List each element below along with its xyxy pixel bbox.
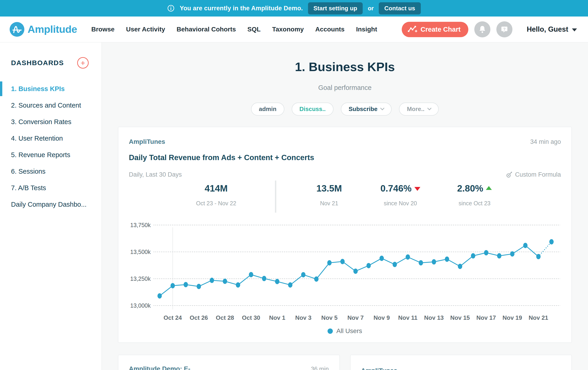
svg-text:Nov 3: Nov 3 <box>295 314 311 321</box>
svg-text:Nov 13: Nov 13 <box>424 314 444 321</box>
banner-or-text: or <box>368 5 374 12</box>
dashboard-actions: admin Discuss.. Subscribe More.. <box>102 102 588 116</box>
nav-item-user-activity[interactable]: User Activity <box>126 26 165 33</box>
svg-text:13,500k: 13,500k <box>130 249 151 255</box>
admin-button[interactable]: admin <box>251 102 284 116</box>
nav-item-taxonomy[interactable]: Taxonomy <box>272 26 304 33</box>
trend-down-icon <box>414 187 420 191</box>
sidebar-heading: DASHBOARDS <box>11 59 64 67</box>
discuss-button[interactable]: Discuss.. <box>292 102 334 116</box>
svg-text:Oct 26: Oct 26 <box>190 314 208 321</box>
svg-text:Nov 11: Nov 11 <box>398 314 418 321</box>
stat-daily-change: 0.746% since Nov 20 <box>380 183 420 207</box>
stats-divider <box>275 180 276 213</box>
demo-banner: You are currently in the Amplitude Demo.… <box>0 0 588 17</box>
svg-text:13,000k: 13,000k <box>130 302 151 309</box>
notifications-button[interactable] <box>474 21 490 37</box>
date-range-label: Daily, Last 30 Days <box>129 171 182 178</box>
bottom-cards-row: Amplitude Demo: E- 36 min AmpliTunes <box>118 355 572 370</box>
stat-period-change-caption: since Oct 23 <box>457 200 492 207</box>
legend-all-users[interactable]: All Users <box>129 327 561 338</box>
stat-daily-change-caption: since Nov 20 <box>380 200 420 207</box>
svg-text:Oct 30: Oct 30 <box>242 314 260 321</box>
sidebar-item-conversion-rates[interactable]: 3. Conversion Rates <box>0 114 102 130</box>
user-menu[interactable]: Hello, Guest <box>527 25 577 33</box>
top-navbar: Amplitude Browse User Activity Behaviora… <box>0 17 588 42</box>
revenue-line-chart[interactable]: 13,000k13,250k13,500k13,750kOct 24Oct 26… <box>129 218 561 326</box>
chevron-down-icon <box>427 106 431 110</box>
legend-label: All Users <box>336 327 362 335</box>
stat-latest-value: 13.5M <box>316 183 342 194</box>
svg-text:Nov 17: Nov 17 <box>476 314 496 321</box>
chart-title: Daily Total Revenue from Ads + Content +… <box>129 153 561 162</box>
mini-card-updated-timestamp: 36 min <box>311 365 329 370</box>
amplitude-logo[interactable]: Amplitude <box>10 22 77 37</box>
nav-item-sql[interactable]: SQL <box>247 26 261 33</box>
sidebar-item-user-retention[interactable]: 4. User Retention <box>0 130 102 147</box>
svg-text:13,750k: 13,750k <box>130 222 151 228</box>
mini-card-source-link[interactable]: Amplitude Demo: E- <box>129 365 190 370</box>
legend-dot-icon <box>327 329 333 334</box>
more-label: More.. <box>407 106 424 113</box>
nav-item-browse[interactable]: Browse <box>91 26 115 33</box>
svg-text:13,250k: 13,250k <box>130 276 151 282</box>
contact-us-button[interactable]: Contact us <box>379 2 420 14</box>
trend-up-icon <box>486 186 492 190</box>
custom-formula-button[interactable]: Custom Formula <box>506 171 561 178</box>
page-subtitle: Goal performance <box>102 84 588 91</box>
svg-text:Nov 1: Nov 1 <box>269 314 285 321</box>
sidebar-item-ab-tests[interactable]: 7. A/B Tests <box>0 180 102 196</box>
question-bubble-icon: ? <box>501 25 508 33</box>
subscribe-label: Subscribe <box>349 106 378 113</box>
nav-item-accounts[interactable]: Accounts <box>315 26 345 33</box>
more-button[interactable]: More.. <box>399 102 439 116</box>
main-navigation: Browse User Activity Behavioral Cohorts … <box>91 26 377 33</box>
card-source-link[interactable]: AmpliTunes <box>129 138 165 145</box>
dashboard-main: 1. Business KPIs Goal performance admin … <box>102 42 588 370</box>
ecommerce-card: Amplitude Demo: E- 36 min <box>118 355 340 370</box>
revenue-chart-card: AmpliTunes 34 min ago Daily Total Revenu… <box>118 127 572 343</box>
start-setting-up-button[interactable]: Start setting up <box>308 2 363 14</box>
svg-text:Nov 19: Nov 19 <box>503 314 522 321</box>
svg-text:Nov 5: Nov 5 <box>321 314 338 321</box>
sidebar-item-business-kpis[interactable]: 1. Business KPIs <box>0 80 102 97</box>
custom-formula-icon <box>506 171 513 178</box>
info-icon <box>167 5 175 12</box>
amplitunes-card: AmpliTunes <box>350 355 572 370</box>
subscribe-button[interactable]: Subscribe <box>341 102 392 116</box>
brand-wordmark: Amplitude <box>28 23 77 35</box>
greeting-label: Hello, Guest <box>527 25 568 33</box>
help-button[interactable]: ? <box>496 21 513 37</box>
create-chart-button[interactable]: Create Chart <box>402 22 468 37</box>
svg-text:?: ? <box>503 27 505 31</box>
chevron-down-icon <box>380 106 385 110</box>
svg-text:Nov 9: Nov 9 <box>373 314 390 321</box>
card-updated-timestamp: 34 min ago <box>530 138 561 145</box>
sidebar-item-daily-company-dashboard[interactable]: Daily Company Dashbo... <box>0 196 102 213</box>
stat-total-value: 414M <box>196 183 236 194</box>
sidebar-item-sessions[interactable]: 6. Sessions <box>0 163 102 180</box>
stat-period-change: 2.80% since Oct 23 <box>457 183 492 207</box>
svg-text:Nov 21: Nov 21 <box>529 314 548 321</box>
bell-icon <box>478 25 486 33</box>
amplitude-logo-icon <box>10 22 24 37</box>
nav-item-insight[interactable]: Insight <box>356 26 377 33</box>
create-chart-label: Create Chart <box>420 26 461 33</box>
add-dashboard-button[interactable]: + <box>77 57 89 69</box>
nav-item-behavioral-cohorts[interactable]: Behavioral Cohorts <box>177 26 236 33</box>
banner-message: You are currently in the Amplitude Demo. <box>180 5 303 12</box>
svg-text:Nov 7: Nov 7 <box>347 314 364 321</box>
stat-period-change-value: 2.80% <box>457 183 483 194</box>
stat-daily-change-value: 0.746% <box>380 183 412 194</box>
sidebar-item-sources-and-content[interactable]: 2. Sources and Content <box>0 97 102 114</box>
svg-text:Oct 24: Oct 24 <box>164 314 182 321</box>
stat-latest-caption: Nov 21 <box>316 200 342 207</box>
stat-total-caption: Oct 23 - Nov 22 <box>196 200 236 207</box>
stat-total: 414M Oct 23 - Nov 22 <box>196 183 236 207</box>
chevron-down-icon <box>572 29 577 31</box>
sidebar-item-revenue-reports[interactable]: 5. Revenue Reports <box>0 147 102 163</box>
chart-summary-stats: 414M Oct 23 - Nov 22 13.5M Nov 21 0.746%… <box>129 183 561 218</box>
mini-card-source-link[interactable]: AmpliTunes <box>361 367 397 370</box>
custom-formula-label: Custom Formula <box>515 171 561 178</box>
line-chart-plus-icon <box>408 25 417 33</box>
